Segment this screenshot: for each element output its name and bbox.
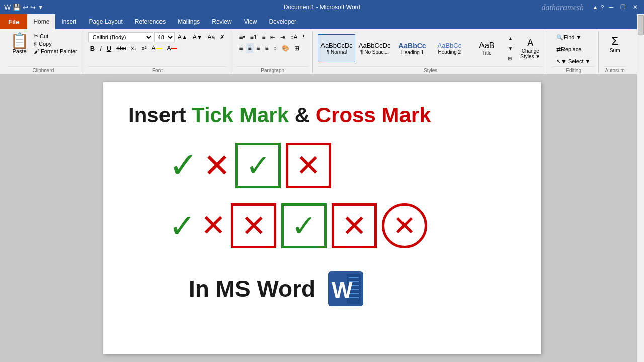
tab-review[interactable]: Review bbox=[206, 14, 237, 29]
change-styles-icon: A bbox=[527, 38, 533, 48]
borders-btn[interactable]: ⊞ bbox=[292, 43, 301, 53]
help-icon[interactable]: ? bbox=[601, 4, 604, 10]
style-title-preview: AaB bbox=[479, 41, 494, 50]
scrollbar-thumb[interactable] bbox=[638, 15, 644, 35]
style-normal-label: ¶ Normal bbox=[327, 49, 347, 55]
justify-btn[interactable]: ≡ bbox=[263, 43, 271, 53]
title-bar: W 💾 ↩ ↪ ▼ Document1 - Microsoft Word dat… bbox=[0, 0, 644, 14]
styles-scroll-down[interactable]: ▼ bbox=[506, 43, 515, 53]
format-painter-button[interactable]: 🖌 Format Painter bbox=[33, 48, 78, 55]
window-title: Document1 - Microsoft Word bbox=[284, 4, 361, 11]
styles-scroll-up[interactable]: ▲ bbox=[506, 33, 515, 43]
green-checkmark: ✓ bbox=[169, 148, 198, 183]
subscript-btn[interactable]: x₂ bbox=[129, 43, 139, 53]
copy-button[interactable]: ⎘ Copy bbox=[33, 40, 78, 47]
paragraph-group-label: Paragraph bbox=[236, 66, 308, 73]
replace-button[interactable]: ⇄ Replace bbox=[554, 44, 592, 54]
font-size-select[interactable]: 48 bbox=[154, 32, 175, 42]
quickaccess-customize[interactable]: ▼ bbox=[38, 4, 43, 10]
red-boxed-cross: ✕ bbox=[286, 143, 331, 188]
ribbon-content: 📋 Paste ✂ Cut ⎘ Copy 🖌 Format Painter Cl… bbox=[0, 29, 644, 74]
style-heading2[interactable]: AaBbCc Heading 2 bbox=[431, 34, 467, 62]
font-family-select[interactable]: Calibri (Body) bbox=[88, 32, 153, 42]
style-normal[interactable]: AaBbCcDc ¶ Normal bbox=[318, 34, 355, 62]
bold-button[interactable]: B bbox=[88, 43, 97, 53]
font-row-1: Calibri (Body) 48 A▲ A▼ Aa ✗ bbox=[88, 32, 227, 42]
sort-btn[interactable]: ↕A bbox=[288, 32, 299, 42]
quickaccess-save[interactable]: 💾 bbox=[13, 4, 21, 11]
clear-format-btn[interactable]: ✗ bbox=[218, 32, 227, 42]
align-right-btn[interactable]: ≡ bbox=[255, 43, 262, 53]
boxed-cross-3-icon: ✕ bbox=[342, 208, 367, 243]
word-icon-small: W bbox=[4, 3, 11, 11]
select-button[interactable]: ↖ ▼ Select ▼ bbox=[554, 56, 592, 66]
tab-mailings[interactable]: Mailings bbox=[172, 14, 206, 29]
quickaccess-undo[interactable]: ↩ bbox=[23, 4, 28, 11]
bullets-btn[interactable]: ≡• bbox=[237, 32, 247, 42]
svg-text:W: W bbox=[332, 278, 353, 302]
change-case-btn[interactable]: Aa bbox=[206, 32, 217, 42]
text-highlight-btn[interactable]: A bbox=[150, 43, 164, 53]
font-group: Calibri (Body) 48 A▲ A▼ Aa ✗ B I U abc x… bbox=[84, 31, 231, 73]
show-formatting-btn[interactable]: ¶ bbox=[300, 32, 307, 42]
style-nospacing-label: ¶ No Spaci... bbox=[360, 49, 389, 55]
quickaccess-redo[interactable]: ↪ bbox=[30, 4, 36, 11]
restore-icon[interactable]: ❐ bbox=[618, 4, 628, 11]
select-icon: ↖ bbox=[556, 58, 561, 65]
red-cross-2: ✕ bbox=[201, 211, 226, 241]
autosum-content: Σ Sum bbox=[605, 31, 625, 66]
change-styles-label: ChangeStyles ▼ bbox=[520, 48, 540, 59]
superscript-btn[interactable]: x² bbox=[140, 43, 149, 53]
style-heading1[interactable]: AaBbCc Heading 1 bbox=[394, 34, 430, 62]
tab-view[interactable]: View bbox=[238, 14, 263, 29]
minimize-icon[interactable]: ─ bbox=[607, 4, 615, 11]
paste-button[interactable]: 📋 Paste bbox=[8, 32, 31, 55]
style-h2-label: Heading 2 bbox=[438, 49, 461, 55]
font-row-2: B I U abc x₂ x² A A bbox=[88, 43, 227, 53]
font-color-btn[interactable]: A bbox=[165, 43, 179, 53]
styles-expand[interactable]: ⊞ bbox=[506, 53, 515, 63]
strikethrough-btn[interactable]: abc bbox=[114, 43, 128, 53]
font-group-label: Font bbox=[88, 66, 227, 73]
find-icon: 🔍 bbox=[556, 34, 564, 41]
font-content: Calibri (Body) 48 A▲ A▼ Aa ✗ B I U abc x… bbox=[88, 31, 227, 66]
style-h1-preview: AaBbCc bbox=[398, 42, 426, 50]
ribbon-collapse-icon[interactable]: ▲ bbox=[592, 4, 598, 10]
red-circled-cross: ✕ bbox=[382, 203, 427, 248]
find-button[interactable]: 🔍 Find ▼ bbox=[554, 32, 592, 42]
paste-icon: 📋 bbox=[10, 33, 29, 48]
font-controls: Calibri (Body) 48 A▲ A▼ Aa ✗ B I U abc x… bbox=[88, 32, 227, 53]
line-spacing-btn[interactable]: ↕ bbox=[272, 43, 279, 53]
italic-button[interactable]: I bbox=[98, 43, 104, 53]
styles-group-label: Styles bbox=[318, 66, 543, 73]
cut-button[interactable]: ✂ Cut bbox=[33, 32, 78, 40]
increase-indent-btn[interactable]: ⇥ bbox=[278, 32, 287, 42]
red-boxed-cross-2: ✕ bbox=[231, 203, 276, 248]
decrease-font-btn[interactable]: A▼ bbox=[191, 32, 205, 42]
shading-btn[interactable]: 🎨 bbox=[280, 43, 291, 53]
autosum-group-label: Autosum bbox=[604, 66, 626, 73]
replace-icon: ⇄ bbox=[556, 46, 561, 53]
multilevel-btn[interactable]: ≡ bbox=[260, 32, 267, 42]
tab-home[interactable]: Home bbox=[27, 14, 55, 29]
decrease-indent-btn[interactable]: ⇤ bbox=[268, 32, 277, 42]
tab-developer[interactable]: Developer bbox=[263, 14, 302, 29]
increase-font-btn[interactable]: A▲ bbox=[176, 32, 190, 42]
vertical-scrollbar[interactable] bbox=[637, 14, 644, 362]
tab-file[interactable]: File bbox=[0, 14, 27, 29]
change-styles-button[interactable]: A ChangeStyles ▼ bbox=[518, 35, 543, 62]
tab-references[interactable]: References bbox=[129, 14, 172, 29]
style-no-spacing[interactable]: AaBbCcDc ¶ No Spaci... bbox=[356, 34, 393, 62]
sigma-icon: Σ bbox=[611, 35, 618, 48]
green-boxed-checkmark: ✓ bbox=[235, 143, 281, 188]
underline-button[interactable]: U bbox=[105, 43, 113, 53]
style-title[interactable]: AaB Title bbox=[468, 34, 505, 62]
tab-page-layout[interactable]: Page Layout bbox=[83, 14, 128, 29]
sum-button[interactable]: Σ Sum bbox=[605, 32, 625, 56]
numbering-btn[interactable]: ≡1 bbox=[248, 32, 259, 42]
boxed-cross-icon: ✕ bbox=[296, 148, 321, 183]
tab-insert[interactable]: Insert bbox=[55, 14, 83, 29]
align-center-btn[interactable]: ≡ bbox=[246, 43, 254, 53]
align-left-btn[interactable]: ≡ bbox=[237, 43, 245, 53]
close-icon[interactable]: ✕ bbox=[631, 4, 640, 11]
